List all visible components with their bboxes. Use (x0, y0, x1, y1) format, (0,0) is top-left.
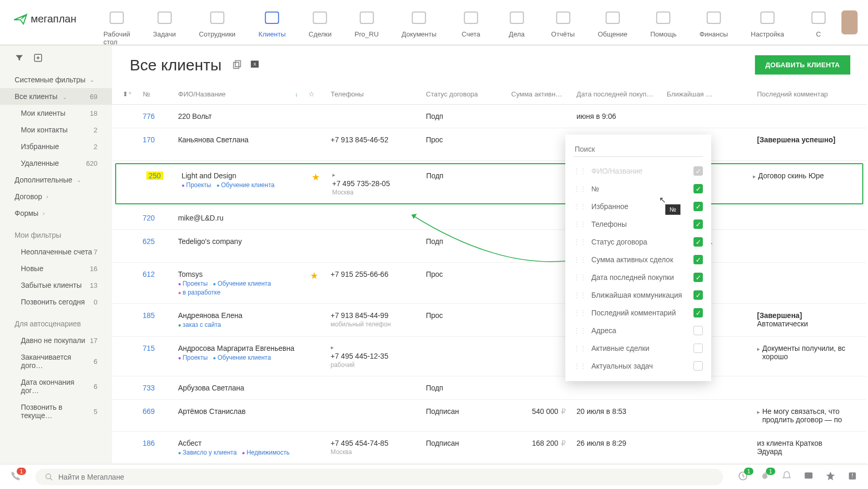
star-icon[interactable]: ★ (312, 172, 320, 182)
col-name[interactable]: ФИО/Название↓ (173, 84, 303, 104)
add-filter-icon[interactable] (33, 53, 43, 64)
nav-item-6[interactable]: Документы (390, 0, 448, 50)
table-row[interactable]: 250 Light and DesignПроектыОбучение клие… (115, 163, 863, 204)
sidebar-item[interactable]: Забытые клиенты13 (0, 277, 112, 294)
column-picker-checkbox[interactable]: ✓ (693, 308, 703, 317)
copy-icon[interactable] (232, 59, 242, 71)
nav-item-3[interactable]: Клиенты (247, 0, 297, 50)
sidebar-item[interactable]: Избранные2 (0, 138, 112, 155)
col-comment[interactable]: Последний комментар (752, 84, 866, 104)
table-row[interactable]: 185 Андреянова Еленазаказ с сайта +7 913… (112, 304, 866, 337)
add-client-button[interactable]: ДОБАВИТЬ КЛИЕНТА (755, 55, 850, 75)
table-row[interactable]: 715 Андросова Маргарита ЕвгеньевнаПроект… (112, 337, 866, 376)
table-row[interactable]: 170 Каньянова Светлана +7 913 845-46-52 … (112, 128, 866, 161)
comment-expand-icon[interactable]: ▸ (757, 409, 760, 415)
sidebar-item[interactable]: Неоплаченные счета7 (0, 243, 112, 260)
column-picker-checkbox[interactable]: ✓ (693, 202, 703, 211)
column-picker-checkbox[interactable]: ✓ (693, 273, 703, 282)
sidebar-item[interactable]: Заканчивается дого…6 (0, 349, 112, 374)
table-row[interactable]: 720 mike@L&D.ru (112, 206, 866, 230)
drag-handle-icon[interactable]: ⋮⋮ (574, 221, 586, 228)
alert-icon[interactable]: ! (847, 471, 858, 483)
sidebar-item[interactable]: Новые16 (0, 260, 112, 277)
drag-handle-icon[interactable]: ⋮⋮ (574, 291, 586, 299)
column-picker-checkbox[interactable]: ✓ (693, 255, 703, 264)
sidebar-additional[interactable]: Дополнительные⌄ (0, 172, 112, 188)
nav-item-5[interactable]: Pro_RU (343, 0, 390, 50)
col-num[interactable]: № (138, 84, 173, 104)
sidebar-system-filters[interactable]: Системные фильтры⌄ (0, 71, 112, 88)
excel-icon[interactable]: X (250, 59, 260, 71)
nav-item-2[interactable]: Сотрудники (188, 0, 247, 50)
comment-expand-icon[interactable]: ▸ (753, 173, 756, 180)
table-row[interactable]: 186 АсбестЗависло у клиентаНедвижимость … (112, 432, 866, 464)
drag-handle-icon[interactable]: ⋮⋮ (574, 362, 586, 370)
col-date[interactable]: Дата последней покуп… (572, 84, 662, 104)
column-picker-item[interactable]: ⋮⋮ФИО/Название✓ (565, 162, 711, 180)
column-picker-checkbox[interactable]: ✓ (693, 166, 703, 176)
footer-search-input[interactable] (58, 473, 714, 481)
filter-icon[interactable] (15, 53, 24, 64)
column-picker-search[interactable] (574, 142, 703, 157)
nav-item-13[interactable]: Настройка (739, 0, 796, 50)
nav-item-1[interactable]: Задачи (142, 0, 188, 50)
bell-icon[interactable] (782, 471, 792, 483)
column-picker-item[interactable]: ⋮⋮Активные сделки (565, 339, 711, 357)
nav-item-12[interactable]: Финансы (688, 0, 739, 50)
nav-item-4[interactable]: Сделки (297, 0, 343, 50)
sidebar-item[interactable]: Позвонить сегодня0 (0, 294, 112, 310)
col-comm[interactable]: Ближайшая … (662, 84, 752, 104)
table-row[interactable]: 733 Арбузова Светлана Подп (112, 376, 866, 400)
chat-icon[interactable] (803, 471, 814, 483)
column-picker-item[interactable]: ⋮⋮№✓ (565, 180, 711, 198)
clock-icon[interactable]: 1 (738, 471, 748, 483)
sidebar-item[interactable]: Все клиенты ⌄69 (0, 88, 112, 105)
sidebar-forms[interactable]: Формы› (0, 205, 112, 222)
footer-search[interactable] (35, 469, 723, 485)
comment-expand-icon[interactable]: ▸ (757, 346, 760, 352)
nav-item-8[interactable]: Дела (494, 0, 540, 50)
table-row[interactable]: 669 Артёмов Станислав Подписан 540 000 ₽… (112, 400, 866, 432)
logo[interactable]: мегаплан (0, 0, 92, 25)
col-actions[interactable]: ⬍⁺ (112, 84, 138, 104)
sidebar-item[interactable]: Позвонить в текуще…5 (0, 399, 112, 424)
sidebar-contract[interactable]: Договор› (0, 188, 112, 205)
nav-item-7[interactable]: Счета (448, 0, 494, 50)
nav-item-10[interactable]: Общение (586, 0, 639, 50)
phone-expand-icon[interactable]: ▸ (331, 344, 414, 351)
column-picker-checkbox[interactable] (693, 344, 703, 353)
drag-handle-icon[interactable]: ⋮⋮ (574, 256, 586, 263)
drag-handle-icon[interactable]: ⋮⋮ (574, 327, 586, 334)
drag-handle-icon[interactable]: ⋮⋮ (574, 274, 586, 281)
drag-handle-icon[interactable]: ⋮⋮ (574, 309, 586, 316)
drag-handle-icon[interactable]: ⋮⋮ (574, 238, 586, 246)
avatar[interactable] (841, 10, 858, 34)
table-row[interactable]: 625 Tedeligo's company Подп 28 авг. 2018… (112, 230, 866, 263)
phone-icon[interactable]: 1 (10, 471, 21, 483)
col-phone[interactable]: Телефоны (326, 84, 421, 104)
column-picker-item[interactable]: ⋮⋮Последний комментарий✓ (565, 304, 711, 322)
nav-item-14[interactable]: С (796, 0, 841, 50)
star-icon[interactable] (825, 471, 836, 483)
nav-item-0[interactable]: Рабочий стол (92, 0, 142, 50)
nav-item-11[interactable]: Помощь (639, 0, 688, 50)
table-row[interactable]: 776 220 Вольт Подп июня в 9:06 (112, 105, 866, 128)
column-picker-checkbox[interactable]: ✓ (693, 184, 703, 193)
column-picker-checkbox[interactable] (693, 326, 703, 335)
drag-handle-icon[interactable]: ⋮⋮ (574, 203, 586, 210)
phone-expand-icon[interactable]: ▸ (332, 172, 414, 178)
sidebar-item[interactable]: Давно не покупали17 (0, 332, 112, 349)
sidebar-item[interactable]: Мои контакты2 (0, 121, 112, 138)
flame-icon[interactable]: 1 (760, 471, 770, 483)
column-picker-item[interactable]: ⋮⋮Адреса (565, 322, 711, 339)
column-picker-item[interactable]: ⋮⋮Актуальных задач (565, 357, 711, 375)
nav-item-9[interactable]: Отчёты (540, 0, 586, 50)
sidebar-item[interactable]: Мои клиенты18 (0, 105, 112, 121)
column-picker-checkbox[interactable]: ✓ (693, 290, 703, 300)
col-star[interactable]: ☆ (303, 84, 326, 104)
column-picker-item[interactable]: ⋮⋮Дата последней покупки✓ (565, 268, 711, 286)
column-picker-checkbox[interactable] (693, 361, 703, 371)
column-picker-item[interactable]: ⋮⋮Избранное✓ (565, 198, 711, 215)
col-sum[interactable]: Сумма активн… (506, 84, 571, 104)
sidebar-item[interactable]: Удаленные620 (0, 155, 112, 172)
